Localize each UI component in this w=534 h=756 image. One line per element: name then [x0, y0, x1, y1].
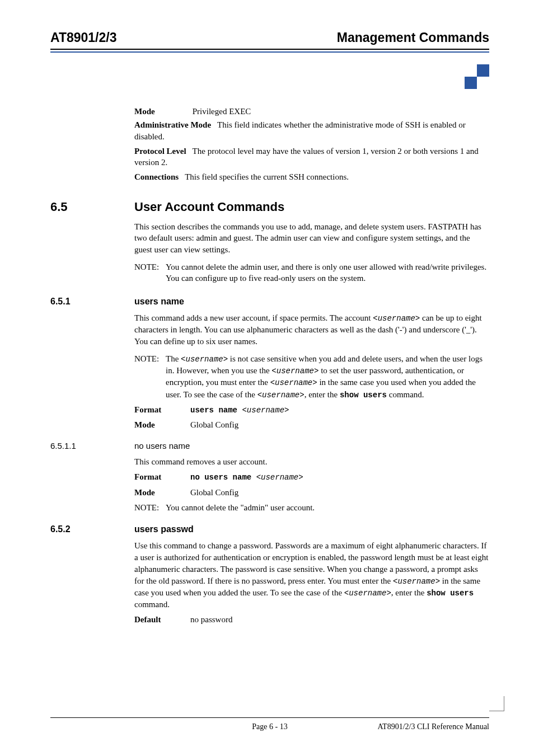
- protocol-level-row: Protocol Level The protocol level may ha…: [134, 145, 489, 168]
- section-6-5-1-number: 6.5.1: [50, 297, 134, 307]
- crop-mark-icon: [489, 696, 504, 711]
- section-6-5-2-para: Use this command to change a password. P…: [134, 540, 489, 610]
- connections-row: Connections This field specifies the cur…: [134, 171, 489, 182]
- section-6-5-title: User Account Commands: [134, 200, 284, 214]
- mode-value: Global Config: [190, 419, 489, 431]
- default-label: Default: [134, 614, 190, 626]
- footer-page-number: Page 6 - 13: [252, 722, 287, 731]
- protocol-level-text: The protocol level may have the values o…: [134, 147, 479, 167]
- section-6-5-2-title: users passwd: [134, 524, 194, 534]
- protocol-level-label: Protocol Level: [134, 147, 186, 156]
- format-row: Format users name <username>: [134, 404, 489, 416]
- section-6-5-2-heading: 6.5.2 users passwd: [50, 524, 489, 534]
- header-right: Management Commands: [337, 30, 489, 45]
- note-text: You cannot delete the "admin" user accou…: [166, 502, 489, 514]
- format-row: Format no users name <username>: [134, 471, 489, 483]
- mode-row: Mode Global Config: [134, 419, 489, 431]
- section-6-5-1-1-note: NOTE: You cannot delete the "admin" user…: [134, 502, 489, 514]
- mode-row: Mode Privileged EXEC: [134, 106, 489, 117]
- section-6-5-1-1-para: This command removes a user account.: [134, 456, 489, 468]
- show-users-cmd: show users: [340, 391, 387, 400]
- note-label: NOTE:: [134, 353, 166, 401]
- corner-logo-icon: [456, 64, 489, 90]
- mode-value: Privileged EXEC: [193, 106, 489, 117]
- section-6-5-1-para: This command adds a new user account, if…: [134, 312, 489, 348]
- header-left: AT8901/2/3: [50, 30, 116, 45]
- format-label: Format: [134, 471, 190, 483]
- section-6-5-number: 6.5: [50, 200, 134, 214]
- section-6-5-2-number: 6.5.2: [50, 524, 134, 534]
- mode-value: Global Config: [190, 487, 489, 499]
- section-6-5-1-note: NOTE: The <username> is not case sensiti…: [134, 353, 489, 401]
- admin-mode-label: Administrative Mode: [134, 120, 211, 129]
- note-label: NOTE:: [134, 261, 166, 284]
- section-6-5-para: This section describes the commands you …: [134, 221, 489, 256]
- section-6-5-1-title: users name: [134, 297, 184, 307]
- format-label: Format: [134, 404, 190, 416]
- section-6-5-heading: 6.5 User Account Commands: [50, 200, 489, 214]
- format-value: no users name <username>: [190, 471, 489, 483]
- section-6-5-1-1-title: no users name: [134, 441, 190, 450]
- connections-label: Connections: [134, 172, 179, 181]
- admin-mode-row: Administrative Mode This field indicates…: [134, 119, 489, 142]
- username-token: <username>: [181, 355, 228, 364]
- default-value: no password: [190, 614, 489, 626]
- section-6-5-1-heading: 6.5.1 users name: [50, 297, 489, 307]
- footer-manual-name: AT8901/2/3 CLI Reference Manual: [378, 722, 489, 731]
- mode-label: Mode: [134, 106, 190, 117]
- username-token: <username>: [373, 314, 420, 323]
- show-users-cmd: show users: [427, 589, 474, 598]
- note-text: You cannot delete the admin user, and th…: [166, 261, 489, 284]
- mode-row: Mode Global Config: [134, 487, 489, 499]
- section-6-5-note: NOTE: You cannot delete the admin user, …: [134, 261, 489, 284]
- section-6-5-1-1-number: 6.5.1.1: [50, 441, 134, 450]
- format-value: users name <username>: [190, 404, 489, 416]
- username-token: <username>: [344, 589, 391, 598]
- note-text: The <username> is not case sensitive whe…: [166, 353, 489, 401]
- username-token: <username>: [257, 391, 305, 400]
- username-token: <username>: [256, 473, 303, 482]
- content-area: Mode Privileged EXEC Administrative Mode…: [134, 106, 489, 183]
- page-footer: Page 6 - 13 AT8901/2/3 CLI Reference Man…: [50, 717, 489, 731]
- username-token: <username>: [270, 378, 317, 387]
- page-header: AT8901/2/3 Management Commands: [50, 30, 489, 50]
- username-token: <username>: [393, 577, 440, 586]
- username-token: <username>: [271, 367, 318, 375]
- mode-label: Mode: [134, 419, 190, 431]
- note-label: NOTE:: [134, 502, 166, 514]
- header-blue-rule: [50, 51, 489, 53]
- mode-label: Mode: [134, 487, 190, 499]
- connections-text: This field specifies the current SSH con…: [185, 172, 349, 181]
- section-6-5-1-1-heading: 6.5.1.1 no users name: [50, 441, 489, 450]
- default-row: Default no password: [134, 614, 489, 626]
- username-token: <username>: [242, 406, 289, 415]
- para-text-a: This command adds a new user account, if…: [134, 313, 373, 322]
